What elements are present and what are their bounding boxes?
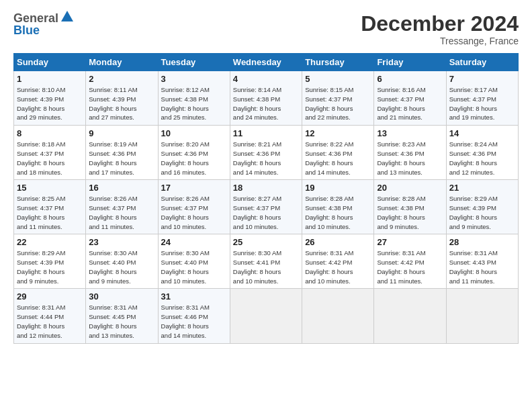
day-cell: 7 Sunrise: 8:17 AM Sunset: 4:37 PM Dayli… — [446, 71, 518, 126]
day-number: 30 — [89, 291, 154, 302]
day-sunset: Sunset: 4:40 PM — [89, 259, 136, 266]
day-sunset: Sunset: 4:37 PM — [17, 150, 64, 157]
day-cell: 18 Sunrise: 8:27 AM Sunset: 4:37 PM Dayl… — [230, 180, 302, 234]
day-number: 14 — [449, 128, 515, 138]
calendar-week-row: 22 Sunrise: 8:29 AM Sunset: 4:39 PM Dayl… — [14, 234, 519, 289]
day-sunset: Sunset: 4:38 PM — [377, 204, 424, 212]
day-sunset: Sunset: 4:46 PM — [161, 313, 208, 320]
day-cell: 31 Sunrise: 8:31 AM Sunset: 4:46 PM Dayl… — [158, 289, 230, 343]
day-daylight: Daylight: 8 hoursand 29 minutes. — [17, 105, 64, 122]
day-cell: 17 Sunrise: 8:26 AM Sunset: 4:37 PM Dayl… — [158, 180, 230, 234]
day-cell: 19 Sunrise: 8:28 AM Sunset: 4:38 PM Dayl… — [302, 180, 374, 234]
day-cell: 4 Sunrise: 8:14 AM Sunset: 4:38 PM Dayli… — [230, 71, 302, 126]
title-block: December 2024 Tressange, France — [361, 12, 519, 46]
day-number: 4 — [233, 74, 299, 84]
day-sunset: Sunset: 4:37 PM — [161, 204, 208, 212]
day-cell: 3 Sunrise: 8:12 AM Sunset: 4:38 PM Dayli… — [158, 71, 230, 126]
day-number: 27 — [377, 237, 443, 247]
day-sunset: Sunset: 4:39 PM — [17, 95, 64, 103]
day-daylight: Daylight: 8 hoursand 13 minutes. — [89, 322, 136, 339]
page-container: General Blue December 2024 Tressange, Fr… — [0, 0, 532, 351]
day-sunrise: Sunrise: 8:15 AM — [305, 86, 353, 93]
day-sunrise: Sunrise: 8:20 AM — [161, 140, 210, 148]
day-number: 18 — [233, 183, 299, 193]
day-sunset: Sunset: 4:37 PM — [377, 95, 424, 103]
day-sunrise: Sunrise: 8:18 AM — [17, 140, 65, 148]
day-daylight: Daylight: 8 hoursand 13 minutes. — [377, 159, 425, 176]
day-daylight: Daylight: 8 hoursand 16 minutes. — [161, 159, 209, 176]
day-daylight: Daylight: 8 hoursand 9 minutes. — [449, 214, 497, 230]
day-cell: 29 Sunrise: 8:31 AM Sunset: 4:44 PM Dayl… — [14, 289, 86, 343]
day-sunrise: Sunrise: 8:23 AM — [377, 140, 425, 148]
day-sunrise: Sunrise: 8:21 AM — [233, 140, 281, 148]
day-number: 8 — [17, 128, 83, 138]
day-cell: 23 Sunrise: 8:30 AM Sunset: 4:40 PM Dayl… — [86, 234, 158, 289]
empty-cell — [230, 289, 302, 343]
day-cell: 12 Sunrise: 8:22 AM Sunset: 4:36 PM Dayl… — [302, 126, 374, 180]
calendar-week-row: 29 Sunrise: 8:31 AM Sunset: 4:44 PM Dayl… — [14, 289, 519, 343]
day-sunset: Sunset: 4:36 PM — [161, 150, 208, 157]
day-cell: 27 Sunrise: 8:31 AM Sunset: 4:42 PM Dayl… — [374, 234, 446, 289]
day-sunset: Sunset: 4:39 PM — [449, 204, 496, 212]
day-daylight: Daylight: 8 hoursand 27 minutes. — [89, 105, 136, 122]
day-sunset: Sunset: 4:44 PM — [17, 313, 64, 320]
day-sunrise: Sunrise: 8:28 AM — [305, 195, 353, 202]
day-sunrise: Sunrise: 8:31 AM — [449, 249, 498, 257]
day-cell: 28 Sunrise: 8:31 AM Sunset: 4:43 PM Dayl… — [446, 234, 518, 289]
day-cell: 5 Sunrise: 8:15 AM Sunset: 4:37 PM Dayli… — [302, 71, 374, 126]
day-number: 11 — [233, 128, 299, 138]
calendar-header-row: Sunday Monday Tuesday Wednesday Thursday… — [14, 54, 519, 71]
day-cell: 14 Sunrise: 8:24 AM Sunset: 4:36 PM Dayl… — [446, 126, 518, 180]
day-number: 25 — [233, 237, 299, 247]
day-daylight: Daylight: 8 hoursand 11 minutes. — [449, 268, 497, 285]
day-cell: 21 Sunrise: 8:29 AM Sunset: 4:39 PM Dayl… — [446, 180, 518, 234]
day-sunset: Sunset: 4:36 PM — [89, 150, 136, 157]
calendar-table: Sunday Monday Tuesday Wednesday Thursday… — [13, 53, 519, 343]
day-daylight: Daylight: 8 hoursand 12 minutes. — [449, 159, 497, 176]
day-sunset: Sunset: 4:36 PM — [449, 150, 496, 157]
day-cell: 9 Sunrise: 8:19 AM Sunset: 4:36 PM Dayli… — [86, 126, 158, 180]
day-sunrise: Sunrise: 8:30 AM — [161, 249, 210, 257]
day-number: 13 — [377, 128, 443, 138]
day-cell: 8 Sunrise: 8:18 AM Sunset: 4:37 PM Dayli… — [14, 126, 86, 180]
day-cell: 2 Sunrise: 8:11 AM Sunset: 4:39 PM Dayli… — [86, 71, 158, 126]
calendar-week-row: 1 Sunrise: 8:10 AM Sunset: 4:39 PM Dayli… — [14, 71, 519, 126]
empty-cell — [446, 289, 518, 343]
day-daylight: Daylight: 8 hoursand 19 minutes. — [449, 105, 497, 122]
day-sunset: Sunset: 4:38 PM — [161, 95, 208, 103]
day-sunrise: Sunrise: 8:28 AM — [377, 195, 425, 202]
logo-icon — [60, 9, 75, 24]
day-sunrise: Sunrise: 8:29 AM — [17, 249, 65, 257]
day-sunset: Sunset: 4:39 PM — [89, 95, 136, 103]
day-number: 19 — [305, 183, 371, 193]
day-daylight: Daylight: 8 hoursand 10 minutes. — [233, 268, 281, 285]
day-cell: 1 Sunrise: 8:10 AM Sunset: 4:39 PM Dayli… — [14, 71, 86, 126]
day-cell: 16 Sunrise: 8:26 AM Sunset: 4:37 PM Dayl… — [86, 180, 158, 234]
day-daylight: Daylight: 8 hoursand 11 minutes. — [377, 268, 425, 285]
day-number: 9 — [89, 128, 154, 138]
day-daylight: Daylight: 8 hoursand 10 minutes. — [305, 214, 353, 230]
day-cell: 25 Sunrise: 8:30 AM Sunset: 4:41 PM Dayl… — [230, 234, 302, 289]
day-sunset: Sunset: 4:36 PM — [233, 150, 280, 157]
header: General Blue December 2024 Tressange, Fr… — [13, 12, 519, 46]
day-daylight: Daylight: 8 hoursand 12 minutes. — [17, 322, 64, 339]
day-number: 16 — [89, 183, 154, 193]
day-number: 2 — [89, 74, 154, 84]
header-thursday: Thursday — [302, 54, 374, 71]
day-number: 26 — [305, 237, 371, 247]
day-sunrise: Sunrise: 8:26 AM — [161, 195, 210, 202]
header-wednesday: Wednesday — [230, 54, 302, 71]
calendar-week-row: 8 Sunrise: 8:18 AM Sunset: 4:37 PM Dayli… — [14, 126, 519, 180]
day-sunset: Sunset: 4:37 PM — [305, 95, 352, 103]
day-daylight: Daylight: 8 hoursand 10 minutes. — [161, 214, 209, 230]
logo-general-text: General — [13, 12, 58, 24]
day-daylight: Daylight: 8 hoursand 10 minutes. — [305, 268, 353, 285]
day-sunrise: Sunrise: 8:27 AM — [233, 195, 281, 202]
day-sunset: Sunset: 4:36 PM — [305, 150, 352, 157]
day-cell: 22 Sunrise: 8:29 AM Sunset: 4:39 PM Dayl… — [14, 234, 86, 289]
day-number: 10 — [161, 128, 227, 138]
day-sunrise: Sunrise: 8:10 AM — [17, 86, 65, 93]
day-sunrise: Sunrise: 8:30 AM — [89, 249, 137, 257]
day-sunset: Sunset: 4:38 PM — [305, 204, 352, 212]
day-daylight: Daylight: 8 hoursand 9 minutes. — [377, 214, 425, 230]
